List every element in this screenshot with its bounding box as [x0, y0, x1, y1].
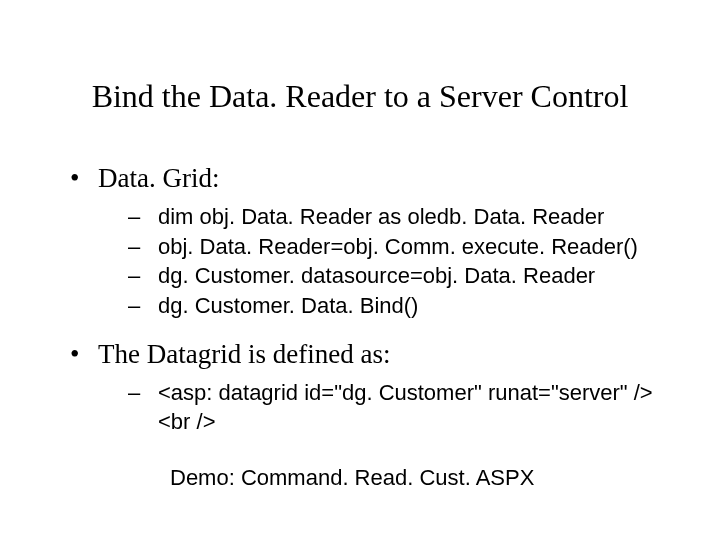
bullet-datagrid-defined-label: The Datagrid is defined as:	[98, 339, 390, 369]
sub-bullet: <asp: datagrid id="dg. Customer" runat="…	[98, 378, 680, 437]
bullet-datagrid: Data. Grid: dim obj. Data. Reader as ole…	[70, 163, 680, 321]
bullet-datagrid-label: Data. Grid:	[98, 163, 219, 193]
sub-bullet: dim obj. Data. Reader as oledb. Data. Re…	[98, 202, 680, 232]
slide: Bind the Data. Reader to a Server Contro…	[0, 78, 720, 540]
bullet-datagrid-defined: The Datagrid is defined as: <asp: datagr…	[70, 339, 680, 437]
sub-bullet: dg. Customer. datasource=obj. Data. Read…	[98, 261, 680, 291]
sub-bullet: obj. Data. Reader=obj. Comm. execute. Re…	[98, 232, 680, 262]
sub-bullet: dg. Customer. Data. Bind()	[98, 291, 680, 321]
slide-body: Data. Grid: dim obj. Data. Reader as ole…	[70, 163, 680, 491]
demo-line: Demo: Command. Read. Cust. ASPX	[170, 465, 680, 491]
slide-title: Bind the Data. Reader to a Server Contro…	[0, 78, 720, 115]
